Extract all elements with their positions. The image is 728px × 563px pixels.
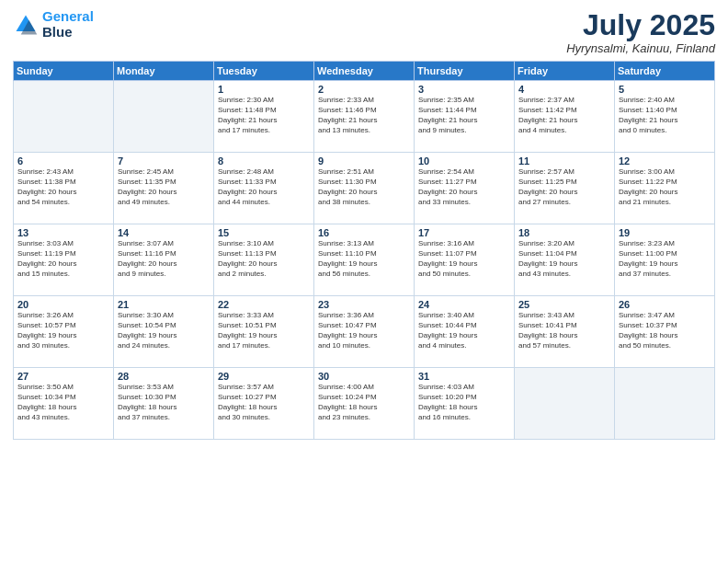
weekday-header-sunday: Sunday [14,62,114,81]
day-number: 14 [118,227,210,238]
day-info: Sunrise: 2:48 AM Sunset: 11:33 PM Daylig… [218,167,310,207]
day-info: Sunrise: 3:16 AM Sunset: 11:07 PM Daylig… [418,239,510,279]
day-cell: 14Sunrise: 3:07 AM Sunset: 11:16 PM Dayl… [114,224,214,296]
day-cell: 24Sunrise: 3:40 AM Sunset: 10:44 PM Dayl… [415,296,515,368]
day-info: Sunrise: 3:36 AM Sunset: 10:47 PM Daylig… [318,311,410,350]
title-block: July 2025 Hyrynsalmi, Kainuu, Finland [566,9,715,55]
day-cell: 15Sunrise: 3:10 AM Sunset: 11:13 PM Dayl… [214,224,314,296]
day-number: 30 [318,371,410,382]
day-cell: 7Sunrise: 2:45 AM Sunset: 11:35 PM Dayli… [114,153,214,224]
day-cell: 8Sunrise: 2:48 AM Sunset: 11:33 PM Dayli… [214,153,314,224]
week-row-4: 27Sunrise: 3:50 AM Sunset: 10:34 PM Dayl… [14,368,715,440]
day-number: 25 [518,299,610,310]
weekday-header-row: SundayMondayTuesdayWednesdayThursdayFrid… [14,62,715,81]
day-info: Sunrise: 3:50 AM Sunset: 10:34 PM Daylig… [17,383,109,422]
day-cell: 30Sunrise: 4:00 AM Sunset: 10:24 PM Dayl… [314,368,415,440]
day-info: Sunrise: 2:37 AM Sunset: 11:42 PM Daylig… [518,96,610,135]
day-number: 9 [318,155,410,167]
day-cell: 19Sunrise: 3:23 AM Sunset: 11:00 PM Dayl… [615,224,715,296]
day-number: 17 [418,227,510,238]
day-cell: 1Sunrise: 2:30 AM Sunset: 11:48 PM Dayli… [214,81,314,153]
day-number: 31 [418,371,510,382]
day-info: Sunrise: 2:40 AM Sunset: 11:40 PM Daylig… [619,96,711,135]
day-number: 23 [318,299,410,310]
day-cell: 31Sunrise: 4:03 AM Sunset: 10:20 PM Dayl… [415,368,515,440]
day-cell [615,368,715,440]
header: General Blue July 2025 Hyrynsalmi, Kainu… [13,9,715,55]
day-cell [515,368,615,440]
day-cell: 25Sunrise: 3:43 AM Sunset: 10:41 PM Dayl… [515,296,615,368]
day-info: Sunrise: 3:07 AM Sunset: 11:16 PM Daylig… [118,239,210,279]
page: General Blue July 2025 Hyrynsalmi, Kainu… [0,0,728,563]
day-info: Sunrise: 3:03 AM Sunset: 11:19 PM Daylig… [17,239,109,279]
day-number: 2 [318,84,410,95]
day-cell [114,81,214,153]
day-info: Sunrise: 2:51 AM Sunset: 11:30 PM Daylig… [318,167,410,207]
day-cell: 9Sunrise: 2:51 AM Sunset: 11:30 PM Dayli… [314,153,415,224]
day-number: 4 [518,84,610,95]
day-info: Sunrise: 2:45 AM Sunset: 11:35 PM Daylig… [118,167,210,207]
logo-icon [13,12,39,38]
location: Hyrynsalmi, Kainuu, Finland [566,41,715,55]
weekday-header-thursday: Thursday [415,62,515,81]
day-info: Sunrise: 4:03 AM Sunset: 10:20 PM Daylig… [418,383,510,422]
day-info: Sunrise: 3:00 AM Sunset: 11:22 PM Daylig… [619,167,711,207]
day-cell: 4Sunrise: 2:37 AM Sunset: 11:42 PM Dayli… [515,81,615,153]
week-row-0: 1Sunrise: 2:30 AM Sunset: 11:48 PM Dayli… [14,81,715,153]
day-info: Sunrise: 4:00 AM Sunset: 10:24 PM Daylig… [318,383,410,422]
day-number: 19 [619,227,711,238]
day-cell: 16Sunrise: 3:13 AM Sunset: 11:10 PM Dayl… [314,224,415,296]
day-number: 27 [17,371,109,382]
day-cell: 10Sunrise: 2:54 AM Sunset: 11:27 PM Dayl… [415,153,515,224]
day-info: Sunrise: 3:47 AM Sunset: 10:37 PM Daylig… [619,311,711,350]
day-number: 26 [619,299,711,310]
day-info: Sunrise: 2:35 AM Sunset: 11:44 PM Daylig… [418,96,510,135]
day-info: Sunrise: 3:10 AM Sunset: 11:13 PM Daylig… [218,239,310,279]
day-cell: 21Sunrise: 3:30 AM Sunset: 10:54 PM Dayl… [114,296,214,368]
month-title: July 2025 [566,9,715,41]
day-cell: 23Sunrise: 3:36 AM Sunset: 10:47 PM Dayl… [314,296,415,368]
day-cell: 26Sunrise: 3:47 AM Sunset: 10:37 PM Dayl… [615,296,715,368]
weekday-header-tuesday: Tuesday [214,62,314,81]
day-info: Sunrise: 2:54 AM Sunset: 11:27 PM Daylig… [418,167,510,207]
day-number: 10 [418,155,510,167]
day-number: 22 [218,299,310,310]
day-info: Sunrise: 3:26 AM Sunset: 10:57 PM Daylig… [17,311,109,350]
day-info: Sunrise: 2:43 AM Sunset: 11:38 PM Daylig… [17,167,109,207]
day-cell: 6Sunrise: 2:43 AM Sunset: 11:38 PM Dayli… [14,153,114,224]
day-cell: 5Sunrise: 2:40 AM Sunset: 11:40 PM Dayli… [615,81,715,153]
day-info: Sunrise: 3:57 AM Sunset: 10:27 PM Daylig… [218,383,310,422]
day-cell [14,81,114,153]
day-cell: 22Sunrise: 3:33 AM Sunset: 10:51 PM Dayl… [214,296,314,368]
day-number: 18 [518,227,610,238]
day-number: 8 [218,155,310,167]
day-number: 16 [318,227,410,238]
weekday-header-wednesday: Wednesday [314,62,415,81]
logo-text: General Blue [42,9,94,40]
day-info: Sunrise: 3:23 AM Sunset: 11:00 PM Daylig… [619,239,711,279]
calendar: SundayMondayTuesdayWednesdayThursdayFrid… [13,61,715,440]
day-cell: 11Sunrise: 2:57 AM Sunset: 11:25 PM Dayl… [515,153,615,224]
day-cell: 17Sunrise: 3:16 AM Sunset: 11:07 PM Dayl… [415,224,515,296]
day-cell: 12Sunrise: 3:00 AM Sunset: 11:22 PM Dayl… [615,153,715,224]
day-number: 6 [17,155,109,167]
day-number: 28 [118,371,210,382]
day-info: Sunrise: 3:20 AM Sunset: 11:04 PM Daylig… [518,239,610,279]
day-cell: 2Sunrise: 2:33 AM Sunset: 11:46 PM Dayli… [314,81,415,153]
week-row-3: 20Sunrise: 3:26 AM Sunset: 10:57 PM Dayl… [14,296,715,368]
day-info: Sunrise: 3:40 AM Sunset: 10:44 PM Daylig… [418,311,510,350]
day-info: Sunrise: 3:33 AM Sunset: 10:51 PM Daylig… [218,311,310,350]
day-info: Sunrise: 3:13 AM Sunset: 11:10 PM Daylig… [318,239,410,279]
day-info: Sunrise: 3:43 AM Sunset: 10:41 PM Daylig… [518,311,610,350]
day-info: Sunrise: 2:30 AM Sunset: 11:48 PM Daylig… [218,96,310,135]
day-cell: 28Sunrise: 3:53 AM Sunset: 10:30 PM Dayl… [114,368,214,440]
weekday-header-saturday: Saturday [615,62,715,81]
day-number: 13 [17,227,109,238]
day-cell: 3Sunrise: 2:35 AM Sunset: 11:44 PM Dayli… [415,81,515,153]
logo: General Blue [13,9,94,40]
day-number: 7 [118,155,210,167]
day-number: 20 [17,299,109,310]
day-cell: 20Sunrise: 3:26 AM Sunset: 10:57 PM Dayl… [14,296,114,368]
day-cell: 13Sunrise: 3:03 AM Sunset: 11:19 PM Dayl… [14,224,114,296]
day-number: 21 [118,299,210,310]
